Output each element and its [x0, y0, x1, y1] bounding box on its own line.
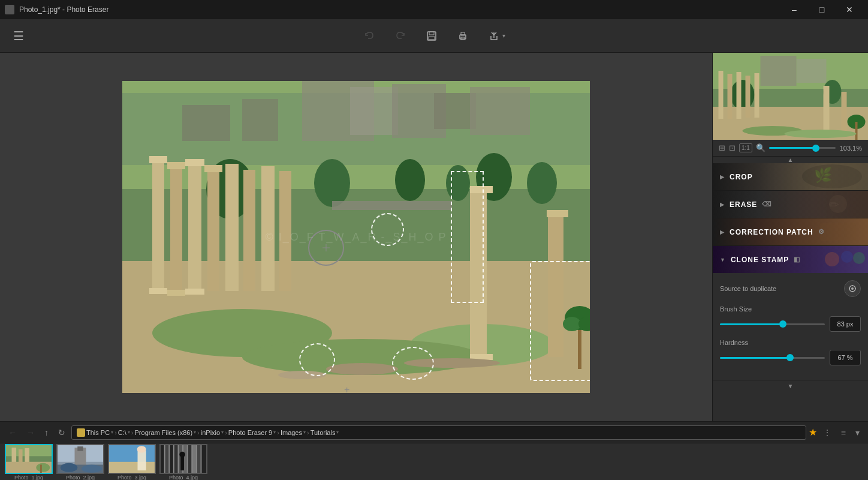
svg-point-50: [563, 317, 581, 331]
fb-path-tutorials[interactable]: Tutorials ▾: [311, 429, 339, 436]
svg-text:🌿: 🌿: [814, 166, 832, 184]
crop-section-title: ▶ CROP: [713, 173, 760, 181]
canvas-area[interactable]: © I_O_F T_W_A_R -_S_H_O P +: [0, 53, 712, 421]
brush-size-slider[interactable]: [720, 323, 825, 325]
fb-up-btn[interactable]: ↑: [41, 425, 52, 440]
svg-point-74: [785, 130, 857, 138]
clone-source-icon-btn[interactable]: [844, 280, 861, 297]
fb-path-images[interactable]: Images ▾: [281, 429, 306, 436]
svg-rect-105: [109, 445, 155, 462]
thumbnail-photo-4[interactable]: Photo_4.jpg: [159, 444, 207, 481]
svg-rect-33: [243, 170, 255, 291]
fb-path-c-drive[interactable]: C:\ ▾: [118, 429, 130, 436]
clone-stamp-section-header[interactable]: ▼ CLONE STAMP ◧: [713, 246, 868, 273]
svg-rect-110: [161, 445, 164, 473]
correction-section-header[interactable]: ▶ CORRECTION PATCH ⚙: [713, 218, 868, 245]
svg-rect-60: [797, 59, 827, 83]
file-browser: ← → ↑ ↻ This PC ▾ › C:\ ▾ › Program File…: [0, 421, 868, 480]
erase-section-header[interactable]: ✏ ▶ ERASE ⌫: [713, 191, 868, 218]
svg-point-82: [853, 252, 865, 264]
crosshair-cursor: +: [344, 385, 349, 393]
thumbnail-photo-3[interactable]: Photo_3.jpg: [108, 444, 156, 481]
undo-button[interactable]: [357, 26, 381, 46]
fb-favorites-btn[interactable]: ★: [809, 427, 817, 438]
fb-view-chevron[interactable]: ▾: [852, 425, 863, 440]
crop-chevron: ▶: [720, 174, 725, 180]
svg-rect-66: [737, 72, 742, 119]
share-button[interactable]: ▾: [482, 26, 511, 46]
svg-point-19: [395, 159, 425, 201]
svg-point-22: [527, 162, 557, 204]
title-bar-left: Photo_1.jpg* - Photo Eraser: [5, 5, 108, 14]
toolbar: ☰: [0, 19, 868, 53]
title-bar: Photo_1.jpg* - Photo Eraser – □ ✕: [0, 0, 868, 19]
zoom-actual-icon[interactable]: ⊡: [729, 143, 736, 152]
svg-rect-70: [842, 92, 847, 134]
hardness-fill: [720, 357, 790, 359]
svg-rect-37: [167, 162, 185, 169]
hardness-label: Hardness: [720, 339, 861, 346]
print-button[interactable]: [451, 26, 475, 46]
share-chevron: ▾: [502, 32, 505, 39]
zoom-collapse-btn[interactable]: ▲: [713, 157, 868, 163]
svg-rect-116: [188, 445, 192, 473]
toolbar-center: ▾: [357, 26, 511, 46]
photo-image: [122, 81, 590, 393]
canvas-background: © I_O_F T_W_A_R -_S_H_O P +: [0, 53, 712, 421]
thumbnail-photo-1[interactable]: Photo_1.jpg: [5, 444, 53, 481]
svg-rect-44: [470, 186, 493, 193]
thumb-label-4: Photo_4.jpg: [169, 475, 198, 481]
main-area: © I_O_F T_W_A_R -_S_H_O P +: [0, 53, 868, 421]
thumbnail-photo-2[interactable]: Photo_2.jpg: [56, 444, 104, 481]
fb-forward-btn[interactable]: →: [23, 425, 38, 440]
fb-path-this-pc[interactable]: This PC ▾: [86, 429, 113, 436]
panel-collapse-arrow[interactable]: ▼: [713, 380, 868, 392]
svg-rect-67: [746, 76, 751, 118]
menu-button[interactable]: ☰: [7, 25, 30, 47]
maximize-button[interactable]: □: [808, 0, 836, 19]
svg-point-56: [278, 371, 326, 379]
hardness-value[interactable]: 67 %: [830, 350, 861, 365]
svg-rect-118: [197, 445, 201, 473]
app-icon: [5, 5, 14, 14]
save-button[interactable]: [420, 26, 444, 46]
fb-path-inpixio[interactable]: inPixio ▾: [201, 429, 224, 436]
svg-point-84: [851, 287, 854, 290]
thumb-label-3: Photo_3.jpg: [117, 475, 146, 481]
fb-view-btn[interactable]: ≡: [837, 425, 849, 440]
fb-path-program-files[interactable]: Program Files (x86) ▾: [135, 429, 197, 436]
hardness-slider[interactable]: [720, 357, 825, 359]
crop-section-header[interactable]: 🌿 ▶ CROP: [713, 163, 868, 190]
photo-container[interactable]: © I_O_F T_W_A_R -_S_H_O P +: [122, 81, 590, 393]
thumb-label-2: Photo_2.jpg: [66, 475, 95, 481]
clone-stamp-chevron: ▼: [720, 257, 726, 263]
svg-rect-68: [755, 73, 760, 118]
zoom-eyedrop-icon[interactable]: 🔍: [756, 143, 765, 152]
svg-point-54: [326, 363, 398, 375]
zoom-fit-icon[interactable]: ⊞: [719, 143, 725, 152]
svg-rect-29: [170, 165, 182, 291]
svg-point-55: [404, 358, 500, 368]
svg-rect-40: [149, 288, 167, 294]
zoom-slider-fill: [769, 147, 816, 149]
svg-rect-38: [185, 159, 204, 166]
title-bar-controls: – □ ✕: [780, 0, 863, 19]
minimize-button[interactable]: –: [780, 0, 808, 19]
svg-rect-39: [204, 165, 222, 172]
fb-refresh-btn[interactable]: ↻: [55, 425, 69, 440]
zoom-slider[interactable]: [769, 147, 836, 149]
svg-point-108: [137, 446, 146, 452]
svg-point-75: [802, 164, 862, 188]
zoom-1-1-icon[interactable]: 1:1: [739, 143, 752, 152]
svg-point-61: [731, 80, 755, 110]
fb-back-btn[interactable]: ←: [5, 425, 20, 440]
fb-path-folder-icon: [77, 428, 85, 437]
svg-rect-2: [429, 37, 435, 40]
fb-path-photo-eraser[interactable]: Photo Eraser 9 ▾: [228, 429, 276, 436]
fb-more-btn[interactable]: ⋮: [819, 425, 835, 440]
brush-size-value[interactable]: 83 px: [830, 316, 861, 332]
zoom-slider-thumb: [812, 145, 819, 152]
file-thumbnails: Photo_1.jpg Photo_2.jpg: [0, 443, 868, 480]
close-button[interactable]: ✕: [836, 0, 863, 19]
redo-button[interactable]: [388, 26, 412, 46]
